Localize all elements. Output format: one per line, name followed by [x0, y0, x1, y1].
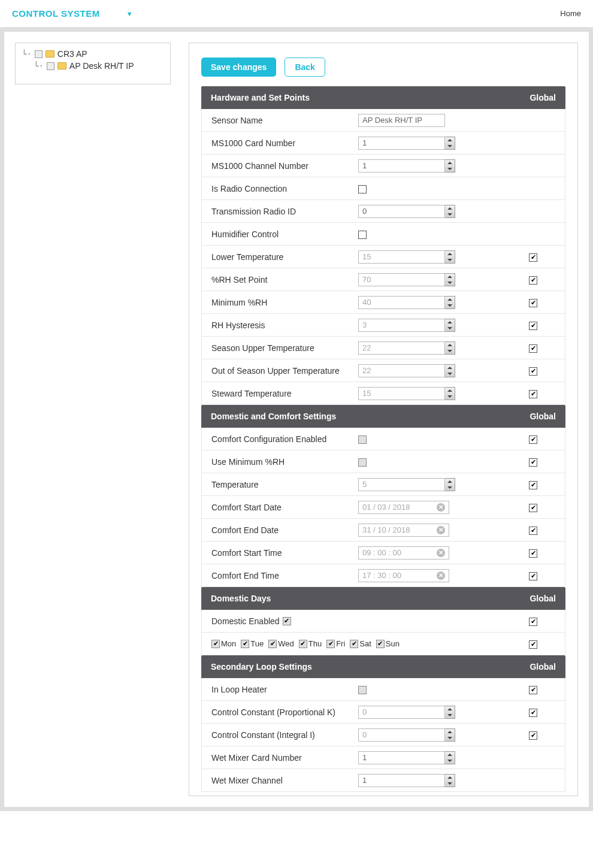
- global-checkbox[interactable]: ✔: [529, 435, 537, 444]
- spinner-icon[interactable]: [445, 728, 455, 742]
- tree-checkbox[interactable]: [35, 50, 43, 58]
- row-is-radio: Is Radio Connection: [201, 177, 565, 200]
- row-rh-hyst: RH Hysteresis ✔: [201, 314, 565, 337]
- tree-root-row[interactable]: └· CR3 AP: [22, 48, 164, 60]
- folder-icon: [58, 62, 66, 69]
- global-checkbox[interactable]: ✔: [529, 458, 537, 467]
- radio-id-input[interactable]: [358, 205, 445, 218]
- spinner-icon[interactable]: [445, 387, 455, 400]
- global-checkbox[interactable]: ✔: [529, 527, 537, 535]
- row-min-rh: Minimum %RH ✔: [201, 291, 565, 314]
- clear-icon[interactable]: ✕: [437, 503, 445, 512]
- row-comfort-enabled: Comfort Configuration Enabled ✔: [201, 428, 565, 450]
- rh-set-input[interactable]: [358, 273, 445, 286]
- global-checkbox[interactable]: ✔: [529, 481, 537, 489]
- day-label: Sun: [386, 639, 400, 648]
- out-season-upper-input[interactable]: [358, 364, 445, 377]
- spinner-icon[interactable]: [445, 341, 455, 355]
- section-title: Secondary Loop Settings: [211, 662, 312, 672]
- global-checkbox[interactable]: ✔: [529, 390, 537, 398]
- global-checkbox[interactable]: ✔: [529, 322, 537, 330]
- tree-checkbox[interactable]: [47, 62, 55, 70]
- card-number-input[interactable]: [358, 137, 445, 150]
- steward-temp-input[interactable]: [358, 387, 445, 400]
- global-checkbox[interactable]: ✔: [529, 709, 537, 717]
- tree-child-label: AP Desk RH/T IP: [69, 61, 134, 71]
- spinner-icon[interactable]: [445, 250, 455, 264]
- global-checkbox[interactable]: ✔: [529, 299, 537, 307]
- start-date-input[interactable]: 01 / 03 / 2018✕: [358, 501, 449, 514]
- clear-icon[interactable]: ✕: [437, 526, 445, 534]
- spinner-icon[interactable]: [445, 273, 455, 286]
- spinner-icon[interactable]: [445, 751, 455, 764]
- end-time-input[interactable]: 17 : 30 : 00✕: [358, 569, 449, 582]
- start-time-input[interactable]: 09 : 00 : 00✕: [358, 546, 449, 559]
- day-checkbox[interactable]: ✔: [268, 640, 277, 648]
- clear-icon[interactable]: ✕: [437, 571, 445, 580]
- save-button[interactable]: Save changes: [201, 58, 276, 77]
- spinner-icon[interactable]: [445, 159, 455, 173]
- spinner-icon[interactable]: [445, 706, 455, 719]
- section-global-label: Global: [530, 662, 556, 672]
- integral-i-input[interactable]: [358, 728, 445, 742]
- day-checkbox[interactable]: ✔: [211, 640, 220, 648]
- is-radio-checkbox[interactable]: [358, 185, 367, 193]
- brand-title[interactable]: CONTROL SYSTEM: [12, 8, 100, 19]
- home-link[interactable]: Home: [560, 9, 581, 18]
- back-button[interactable]: Back: [285, 58, 325, 77]
- global-checkbox[interactable]: ✔: [529, 640, 537, 649]
- row-end-date: Comfort End Date 31 / 10 / 2018✕ ✔: [201, 519, 565, 542]
- day-checkbox[interactable]: ✔: [376, 640, 385, 648]
- global-checkbox[interactable]: ✔: [529, 253, 537, 262]
- season-upper-input[interactable]: [358, 341, 445, 355]
- content-frame: └· CR3 AP └· AP Desk RH/T IP Save change…: [0, 28, 593, 811]
- global-checkbox[interactable]: ✔: [529, 549, 537, 558]
- global-checkbox[interactable]: ✔: [529, 367, 537, 376]
- day-label: Fri: [336, 639, 345, 648]
- spinner-icon[interactable]: [445, 137, 455, 150]
- row-in-loop: In Loop Heater ✔: [201, 678, 565, 701]
- min-rh-input[interactable]: [358, 296, 445, 309]
- global-checkbox[interactable]: ✔: [529, 504, 537, 512]
- use-min-rh-checkbox[interactable]: [358, 458, 367, 467]
- row-start-time: Comfort Start Time 09 : 00 : 00✕ ✔: [201, 542, 565, 564]
- global-checkbox[interactable]: ✔: [529, 731, 537, 740]
- global-checkbox[interactable]: ✔: [529, 276, 537, 285]
- domestic-enabled-checkbox[interactable]: ✔: [283, 617, 291, 625]
- temperature-input[interactable]: [358, 478, 445, 491]
- lower-temp-input[interactable]: [358, 250, 445, 264]
- day-checkbox[interactable]: ✔: [299, 640, 307, 648]
- day-label: Sat: [359, 639, 371, 648]
- prop-k-input[interactable]: [358, 706, 445, 719]
- day-checkbox[interactable]: ✔: [350, 640, 358, 648]
- day-checkbox[interactable]: ✔: [241, 640, 249, 648]
- rh-hyst-input[interactable]: [358, 319, 445, 332]
- global-checkbox[interactable]: ✔: [529, 572, 537, 580]
- spinner-icon[interactable]: [445, 478, 455, 491]
- section-days: Domestic Days Global Domestic Enabled ✔ …: [201, 587, 565, 655]
- global-checkbox[interactable]: ✔: [529, 344, 537, 353]
- spinner-icon[interactable]: [445, 205, 455, 218]
- sensor-name-input[interactable]: [358, 114, 445, 127]
- spinner-icon[interactable]: [445, 774, 455, 787]
- tree-child-row[interactable]: └· AP Desk RH/T IP: [34, 60, 164, 72]
- global-checkbox[interactable]: ✔: [529, 686, 537, 694]
- humidifier-checkbox[interactable]: [358, 231, 367, 239]
- spinner-icon[interactable]: [445, 364, 455, 377]
- settings-panel: Save changes Back Hardware and Set Point…: [189, 43, 578, 796]
- comfort-enabled-checkbox[interactable]: [358, 435, 367, 444]
- chevron-down-icon[interactable]: ▼: [126, 10, 133, 17]
- spinner-icon[interactable]: [445, 296, 455, 309]
- day-checkbox[interactable]: ✔: [326, 640, 335, 648]
- clear-icon[interactable]: ✕: [437, 549, 445, 557]
- in-loop-checkbox[interactable]: [358, 686, 367, 694]
- row-use-min-rh: Use Minimum %RH ✔: [201, 450, 565, 473]
- section-domestic: Domestic and Comfort Settings Global Com…: [201, 405, 565, 587]
- end-date-input[interactable]: 31 / 10 / 2018✕: [358, 524, 449, 537]
- wet-card-input[interactable]: [358, 751, 445, 764]
- channel-number-input[interactable]: [358, 159, 445, 173]
- spinner-icon[interactable]: [445, 319, 455, 332]
- wet-channel-input[interactable]: [358, 774, 445, 787]
- row-domestic-enabled: Domestic Enabled ✔ ✔: [201, 610, 565, 633]
- global-checkbox[interactable]: ✔: [529, 618, 537, 626]
